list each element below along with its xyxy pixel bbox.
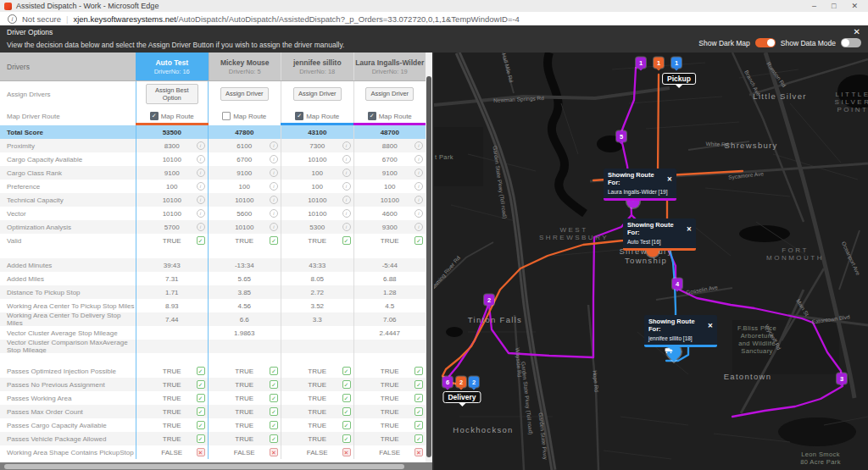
cell: 10100i	[209, 220, 281, 234]
cell: 10100i	[281, 193, 353, 207]
true-check-icon: ✓	[415, 380, 423, 389]
info-icon[interactable]: i	[270, 155, 278, 163]
vertical-scrollbar-thumb[interactable]	[426, 76, 431, 457]
true-check-icon: ✓	[270, 407, 278, 416]
row-label: Vector Cluster Average Stop Mileage	[0, 326, 136, 340]
route-popup-close-icon[interactable]: ✕	[708, 322, 713, 329]
stop-marker-4[interactable]: 4	[672, 279, 682, 290]
driver-column-header[interactable]: Laura Ingalls-WilderDriverNo: 19	[353, 53, 426, 80]
stop-marker-1[interactable]: 1	[636, 58, 646, 69]
show-dark-map-toggle[interactable]	[755, 38, 776, 47]
map[interactable]: Little SilverLITTLE SILVER POINTShrewsbu…	[434, 53, 868, 470]
info-icon[interactable]: i	[197, 141, 205, 150]
info-icon[interactable]: i	[270, 223, 278, 231]
cell-value: TRUE	[308, 368, 326, 375]
cell: TRUE✓	[136, 418, 209, 432]
minimize-button[interactable]: –	[812, 2, 816, 10]
page-info-icon[interactable]: i	[8, 14, 17, 24]
cell-value: TRUE	[163, 422, 181, 429]
info-icon[interactable]: i	[197, 169, 205, 177]
map-route-checkbox[interactable]: ✓	[150, 112, 159, 120]
cell-value: 8.05	[310, 275, 324, 283]
info-icon[interactable]: i	[270, 182, 278, 191]
info-icon[interactable]: i	[197, 155, 205, 163]
stop-marker-2[interactable]: 2	[469, 377, 479, 388]
cell: 9100i	[353, 166, 426, 180]
cell: 100i	[281, 180, 353, 193]
stop-marker-1[interactable]: 1	[654, 58, 664, 69]
assign-driver-button[interactable]: Assign Driver	[293, 87, 342, 100]
route-popup-close-icon[interactable]: ✕	[687, 225, 692, 233]
stop-marker-2[interactable]: 2	[484, 295, 494, 306]
stop-marker-3[interactable]: 3	[837, 373, 847, 384]
map-route-checkbox[interactable]	[222, 112, 231, 120]
stop-marker-6[interactable]: 6	[442, 377, 453, 388]
address-bar[interactable]: i Not secure | xjen.keysoftwaresystems.n…	[0, 12, 868, 25]
info-icon[interactable]: i	[342, 223, 351, 231]
horizontal-scrollbar[interactable]	[0, 462, 432, 470]
assign-driver-button[interactable]: Assign Driver	[220, 87, 269, 100]
info-icon[interactable]: i	[342, 141, 351, 150]
marker-tail	[459, 388, 464, 390]
cell-value: 10100	[235, 224, 253, 231]
info-icon[interactable]: i	[342, 182, 351, 191]
row-label: Added Miles	[0, 272, 136, 285]
info-icon[interactable]: i	[415, 155, 423, 163]
cell-value: 8.93	[165, 302, 179, 310]
info-icon[interactable]: i	[342, 155, 351, 163]
info-icon[interactable]: i	[342, 209, 351, 218]
stop-marker-1[interactable]: 1	[671, 58, 682, 69]
info-icon[interactable]: i	[270, 169, 278, 177]
cell-value: 10100	[308, 156, 326, 163]
map-driver-route-row: Map Driver Route✓Map RouteMap Route✓Map …	[0, 107, 426, 125]
route-laura-ingalls-wilder[interactable]	[449, 303, 489, 376]
route-laura-ingalls-wilder[interactable]	[489, 305, 593, 357]
vertical-scrollbar[interactable]	[426, 53, 432, 462]
driver-column-header[interactable]: Auto TestDriverNo: 16	[136, 53, 209, 80]
driver-number: DriverNo: 16	[154, 68, 190, 75]
cell: TRUE✓	[353, 418, 426, 432]
driver-column-header[interactable]: jennifee sillitoDriverNo: 18	[281, 53, 353, 80]
stop-marker-2[interactable]: 2	[456, 377, 466, 388]
driver-column-header[interactable]: Mickey MouseDriverNo: 5	[209, 53, 281, 80]
cell: TRUE✓	[209, 234, 281, 247]
true-check-icon: ✓	[270, 434, 278, 443]
true-check-icon: ✓	[197, 394, 205, 402]
cell	[281, 247, 353, 258]
info-icon[interactable]: i	[197, 223, 205, 231]
cell-value: 1.9863	[234, 329, 254, 337]
true-check-icon: ✓	[342, 367, 351, 375]
cell: 6.88	[353, 272, 426, 285]
route-popup-close-icon[interactable]: ✕	[667, 175, 672, 183]
info-icon[interactable]: i	[197, 196, 205, 204]
route-laura-ingalls-wilder[interactable]	[621, 68, 636, 132]
horizontal-scrollbar-thumb[interactable]	[4, 464, 404, 469]
close-window-button[interactable]: ✕	[851, 2, 858, 10]
show-data-mode-toggle[interactable]	[841, 38, 861, 47]
marker-tail	[487, 306, 492, 308]
cell: FALSE✕	[209, 445, 281, 459]
assign-driver-button[interactable]: Assign Driver	[365, 87, 414, 100]
url-text[interactable]: xjen.keysoftwaresystems.net/AutoDispatch…	[73, 14, 519, 24]
cell-value: 9300	[382, 224, 398, 231]
info-icon[interactable]: i	[197, 209, 205, 218]
map-route-checkbox[interactable]: ✓	[368, 112, 376, 120]
info-icon[interactable]: i	[342, 196, 351, 204]
info-icon[interactable]: i	[415, 182, 423, 191]
info-icon[interactable]: i	[270, 209, 278, 218]
panel-close-icon[interactable]: ✕	[854, 27, 860, 36]
info-icon[interactable]: i	[415, 169, 423, 177]
maximize-button[interactable]: □	[832, 2, 836, 10]
info-icon[interactable]: i	[270, 196, 278, 204]
map-route-checkbox[interactable]: ✓	[295, 112, 303, 120]
info-icon[interactable]: i	[270, 141, 278, 150]
info-icon[interactable]: i	[342, 169, 351, 177]
info-icon[interactable]: i	[415, 209, 423, 218]
assign-best-option-button[interactable]: Assign Best Option	[146, 84, 198, 105]
info-icon[interactable]: i	[197, 182, 205, 191]
stop-marker-5[interactable]: 5	[616, 131, 626, 142]
row-label: Distance To Pickup Stop	[0, 285, 136, 299]
info-icon[interactable]: i	[415, 141, 423, 150]
info-icon[interactable]: i	[415, 223, 423, 231]
info-icon[interactable]: i	[415, 196, 423, 204]
